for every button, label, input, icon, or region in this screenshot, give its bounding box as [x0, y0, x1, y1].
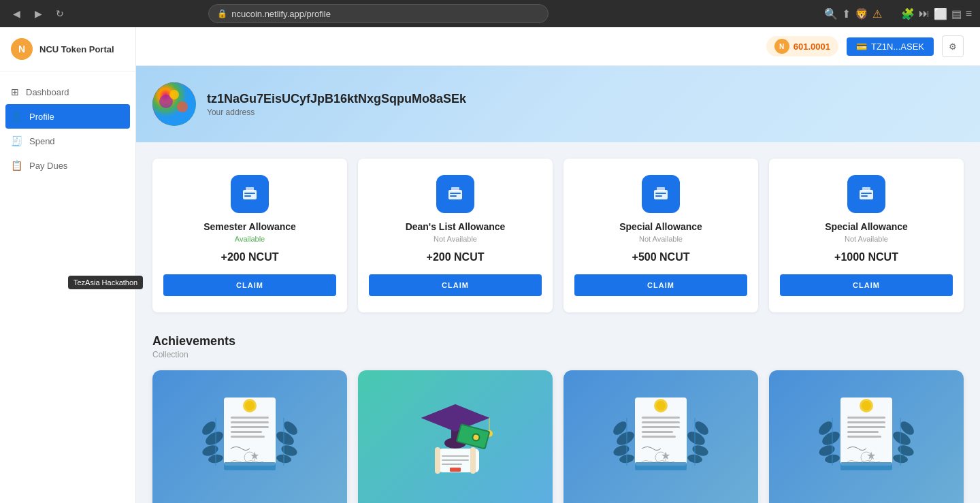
- svg-rect-96: [847, 436, 881, 438]
- reload-button[interactable]: ↻: [52, 5, 68, 22]
- svg-rect-15: [655, 195, 662, 197]
- content-area: Semester Allowance Available +200 NCUT C…: [136, 142, 980, 503]
- share-icon[interactable]: ⬆: [842, 7, 851, 20]
- address-bar[interactable]: 🔒 ncucoin.netlify.app/profile: [208, 4, 549, 23]
- allowance-card-3: Special Allowance Not Available +1000 NC…: [769, 159, 964, 312]
- sidebar-item-label: Pay Dues: [29, 161, 67, 171]
- forward-button[interactable]: ▶: [30, 5, 46, 22]
- allowance-card-0: Semester Allowance Available +200 NCUT C…: [152, 159, 347, 312]
- svg-rect-55: [442, 459, 469, 461]
- profile-info: tz1NaGu7EisUCyfJpB16ktNxgSqpuMo8aSEk You…: [207, 92, 466, 117]
- profile-header: tz1NaGu7EisUCyfJpB16ktNxgSqpuMo8aSEk You…: [136, 66, 980, 142]
- claim-button-3[interactable]: CLAIM: [780, 274, 953, 296]
- achievement-card-0[interactable]: ★ Binance Ideathon Certificate Student N…: [152, 370, 347, 503]
- sidebar-header: N NCU Token Portal: [0, 27, 135, 71]
- svg-rect-99: [840, 462, 892, 470]
- balance-pill: N 601.0001: [766, 36, 838, 56]
- browser-actions: 🔍 ⬆ 🦁 ⚠ 🧩 ⏭ ⬜ ▤ ≡: [824, 7, 972, 20]
- svg-text:★: ★: [250, 450, 259, 461]
- claim-button-1[interactable]: CLAIM: [369, 274, 542, 296]
- wallet-label: TZ1N...ASEK: [871, 42, 924, 52]
- svg-rect-53: [470, 447, 476, 474]
- achievement-img-0: ★: [152, 370, 347, 503]
- wallet-button[interactable]: 💳 TZ1N...ASEK: [847, 37, 934, 56]
- dashboard-icon: ⊞: [11, 86, 19, 97]
- svg-rect-36: [231, 431, 262, 433]
- claim-button-2[interactable]: CLAIM: [574, 274, 747, 296]
- menu-icon[interactable]: ≡: [966, 7, 972, 20]
- svg-rect-17: [862, 187, 870, 191]
- card-status-1: Not Available: [369, 235, 542, 243]
- svg-marker-44: [421, 404, 489, 432]
- alert-icon[interactable]: ⚠: [872, 7, 882, 20]
- svg-rect-72: [642, 421, 680, 423]
- brave-shield-icon[interactable]: 🦁: [855, 7, 868, 20]
- svg-rect-10: [450, 193, 461, 194]
- sidebar-item-label: Spend: [29, 136, 55, 146]
- card-amount-1: +200 NCUT: [369, 251, 542, 263]
- pay-dues-icon: 📋: [11, 160, 22, 171]
- svg-point-32: [245, 401, 255, 410]
- profile-subtitle: Your address: [207, 108, 466, 117]
- sidebar-item-label: Dashboard: [26, 87, 69, 97]
- svg-rect-18: [861, 193, 872, 194]
- svg-rect-19: [861, 195, 868, 197]
- card-status-2: Not Available: [574, 235, 747, 243]
- sidebar: N NCU Token Portal ⊞ Dashboard 👤 Profile…: [0, 27, 136, 503]
- allowance-icon-3: [847, 175, 885, 213]
- achievement-card-1[interactable]: The NorthCap University Degree Student N…: [358, 370, 553, 503]
- achievement-img-3: ★: [769, 370, 964, 503]
- allowance-card-1: Dean's List Allowance Not Available +200…: [358, 159, 553, 312]
- sidebar-item-pay-dues[interactable]: 📋 Pay Dues: [0, 153, 135, 178]
- svg-rect-92: [847, 417, 885, 419]
- svg-rect-78: [635, 462, 687, 470]
- card-title-2: Special Allowance: [574, 221, 747, 232]
- profile-address: tz1NaGu7EisUCyfJpB16ktNxgSqpuMo8aSEk: [207, 92, 466, 106]
- back-button[interactable]: ◀: [8, 5, 24, 22]
- svg-text:★: ★: [866, 450, 876, 461]
- card-status-3: Not Available: [780, 235, 953, 243]
- settings-icon: ⚙: [949, 42, 957, 52]
- svg-text:★: ★: [661, 450, 670, 461]
- svg-rect-74: [642, 431, 673, 433]
- sidebar-item-spend[interactable]: 🧾 Spend: [0, 129, 135, 153]
- app-logo: N: [11, 38, 33, 60]
- puzzle-icon[interactable]: 🧩: [901, 7, 915, 20]
- sidebar-item-profile[interactable]: 👤 Profile: [5, 104, 130, 129]
- top-bar: N 601.0001 💳 TZ1N...ASEK ⚙: [136, 27, 980, 66]
- achievements-grid: ★ Binance Ideathon Certificate Student N…: [152, 370, 964, 503]
- achievement-img-2: ★: [564, 370, 758, 503]
- svg-point-0: [152, 82, 196, 126]
- window-icon[interactable]: ⬜: [934, 7, 947, 20]
- balance-value: 601.0001: [794, 42, 830, 52]
- svg-rect-8: [448, 190, 462, 199]
- svg-rect-37: [231, 436, 265, 438]
- allowance-card-2: Special Allowance Not Available +500 NCU…: [564, 159, 758, 312]
- svg-rect-33: [231, 417, 269, 419]
- svg-rect-56: [442, 464, 462, 465]
- svg-point-70: [656, 401, 666, 410]
- achievements-section: Achievements Collection: [152, 334, 964, 503]
- svg-rect-93: [847, 421, 885, 423]
- avatar: [152, 82, 196, 126]
- app-container: N NCU Token Portal ⊞ Dashboard 👤 Profile…: [0, 27, 980, 503]
- achievements-sub: Collection: [152, 350, 964, 359]
- search-icon[interactable]: 🔍: [824, 7, 838, 20]
- svg-rect-40: [224, 462, 276, 470]
- claim-button-0[interactable]: CLAIM: [163, 274, 336, 296]
- svg-rect-94: [847, 426, 885, 428]
- card-title-3: Special Allowance: [780, 221, 953, 232]
- svg-point-3: [169, 90, 179, 99]
- browser-chrome: ◀ ▶ ↻ 🔒 ncucoin.netlify.app/profile 🔍 ⬆ …: [0, 0, 980, 27]
- achievement-img-1: [358, 370, 553, 503]
- sidebar-toggle-icon[interactable]: ▤: [951, 7, 962, 20]
- media-icon[interactable]: ⏭: [919, 7, 930, 20]
- sidebar-item-dashboard[interactable]: ⊞ Dashboard: [0, 80, 135, 104]
- wallet-icon: 💳: [856, 42, 867, 52]
- settings-button[interactable]: ⚙: [942, 35, 964, 57]
- svg-point-91: [862, 401, 871, 410]
- achievement-card-2[interactable]: ★ TezAsia Hackathon Student Name:Udit Ka…: [564, 370, 758, 503]
- card-status-0: Available: [163, 235, 336, 243]
- svg-rect-73: [642, 426, 680, 428]
- achievement-card-3[interactable]: ★ Major Project Validation Student Name:…: [769, 370, 964, 503]
